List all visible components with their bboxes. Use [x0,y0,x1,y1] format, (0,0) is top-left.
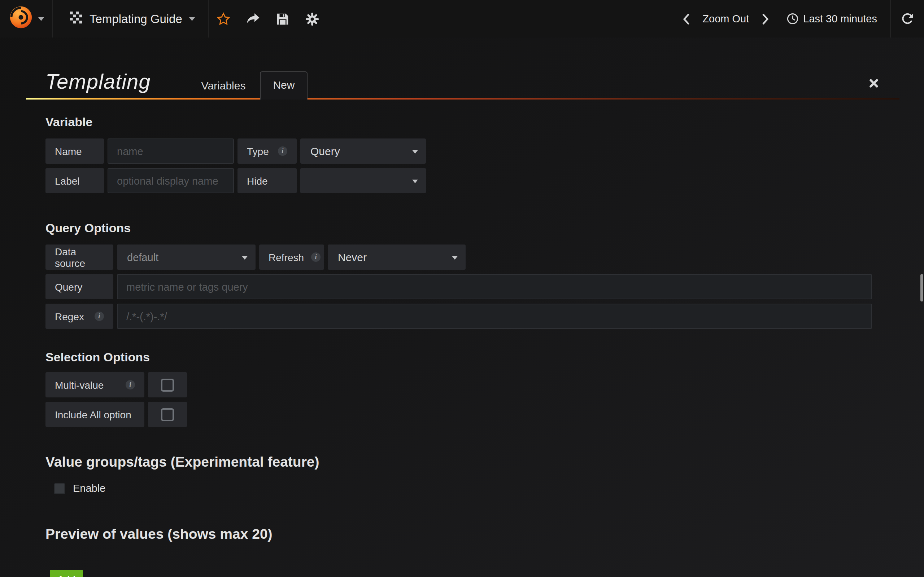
query-row: Query [45,274,900,299]
select-caret-icon [242,256,247,259]
refresh-select[interactable]: Never [328,245,465,270]
grafana-app: Templating Guide [0,0,924,577]
value-groups-heading: Value groups/tags (Experimental feature) [45,454,900,470]
time-range-label: Last 30 minutes [803,13,877,24]
refresh-select-value: Never [338,251,367,263]
variable-section-heading: Variable [45,115,900,130]
info-icon[interactable] [126,380,135,390]
dashboard-grid-icon [70,11,82,26]
grafana-logo-icon [8,5,33,32]
regex-input[interactable] [117,304,872,329]
save-icon [277,13,289,25]
multi-value-row: Multi-value [45,372,900,397]
info-icon[interactable] [311,253,320,262]
clock-icon [787,13,798,24]
include-all-checkbox[interactable] [161,408,174,421]
time-shift-forward-button[interactable] [753,0,778,37]
top-navbar: Templating Guide [0,0,924,37]
datasource-label: Data source [45,245,113,270]
gear-icon [306,12,320,26]
zoom-out-button[interactable]: Zoom Out [698,0,753,37]
select-caret-icon [452,256,458,259]
caret-down-icon [38,17,44,21]
select-caret-icon [412,150,418,153]
multi-value-label-text: Multi-value [55,379,103,390]
regex-label-text: Regex [55,311,84,322]
variable-label-row: Label Hide [45,168,900,193]
selection-options-heading: Selection Options [45,351,900,365]
type-label: Type [237,139,297,164]
star-dashboard-button[interactable] [209,0,239,37]
chevron-left-icon [683,13,689,24]
label-label: Label [45,168,104,193]
save-dashboard-button[interactable] [268,0,298,37]
share-icon [247,13,260,25]
scrollbar-thumb[interactable] [921,274,923,301]
query-input[interactable] [117,274,872,299]
zoom-out-label: Zoom Out [703,13,749,24]
refresh-dashboard-button[interactable] [891,0,924,37]
refresh-icon [901,13,914,25]
close-icon[interactable] [868,78,879,89]
hide-select[interactable] [300,168,426,193]
datasource-select[interactable]: default [117,245,255,270]
label-input[interactable] [108,168,234,193]
regex-label: Regex [45,304,113,329]
enable-label: Enable [73,482,105,494]
add-button[interactable]: Add [50,570,83,577]
refresh-label: Refresh [259,245,324,270]
variable-name-row: Name Type Query [45,139,900,164]
name-input[interactable] [108,139,234,164]
info-icon[interactable] [278,147,287,156]
star-icon [217,12,231,25]
query-label: Query [45,274,113,299]
navbar-right-controls: Zoom Out Last 30 minutes [674,0,924,37]
multi-value-label: Multi-value [45,372,144,397]
time-range-picker[interactable]: Last 30 minutes [778,0,890,37]
type-select[interactable]: Query [300,139,426,164]
hide-label: Hide [237,168,297,193]
include-all-label: Include All option [45,402,144,427]
select-caret-icon [412,179,418,183]
multi-value-checkbox[interactable] [161,378,174,391]
refresh-label-text: Refresh [268,251,304,263]
page-title: Templating [26,70,151,98]
datasource-row: Data source default Refresh Never [45,245,900,270]
grafana-logo-menu[interactable] [0,0,52,37]
tab-variables[interactable]: Variables [187,73,260,98]
templating-editor: Templating Variables New Variable Name T… [26,66,900,577]
editor-tabs: Variables New [187,71,308,98]
datasource-select-value: default [127,251,158,263]
type-select-value: Query [310,145,340,157]
tab-new[interactable]: New [260,71,307,100]
share-dashboard-button[interactable] [239,0,268,37]
editor-body: Variable Name Type Query Label Hide [26,100,900,577]
include-all-checkbox-container[interactable] [148,402,187,427]
time-shift-back-button[interactable] [674,0,698,37]
editor-header: Templating Variables New [26,66,900,98]
query-options-heading: Query Options [45,221,900,236]
caret-down-icon [189,17,195,21]
type-label-text: Type [247,145,269,157]
dashboard-settings-button[interactable] [298,0,327,37]
info-icon[interactable] [95,311,104,321]
enable-checkbox[interactable] [54,483,65,494]
dashboard-title-menu[interactable]: Templating Guide [53,0,208,37]
dashboard-title: Templating Guide [89,12,182,26]
enable-row: Enable [45,482,900,495]
chevron-right-icon [762,13,769,24]
include-all-row: Include All option [45,402,900,427]
preview-heading: Preview of values (shows max 20) [45,526,900,542]
regex-row: Regex [45,304,900,329]
multi-value-checkbox-container[interactable] [148,372,187,397]
name-label: Name [45,139,104,164]
